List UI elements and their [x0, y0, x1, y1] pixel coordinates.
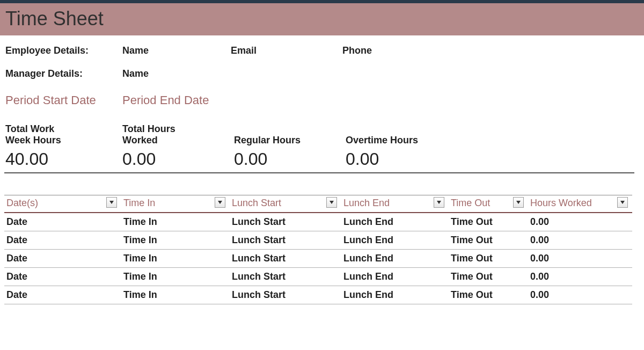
header-time-out-label: Time Out — [451, 198, 490, 208]
cell-time_out[interactable]: Time Out — [449, 286, 528, 304]
cell-time_out[interactable]: Time Out — [449, 250, 528, 268]
filter-button-lunch-end[interactable] — [434, 197, 444, 208]
filter-button-lunch-start[interactable] — [326, 197, 337, 208]
cell-hours_worked[interactable]: 0.00 — [528, 250, 632, 268]
cell-time_in[interactable]: Time In — [121, 250, 230, 268]
cell-time_in[interactable]: Time In — [121, 268, 230, 286]
summary-divider — [4, 172, 634, 173]
cell-hours_worked[interactable]: 0.00 — [528, 268, 632, 286]
table-row: DateTime InLunch StartLunch EndTime Out0… — [4, 250, 632, 268]
total-week-hours-label: Total Work Week Hours — [5, 123, 122, 146]
header-time-in-label: Time In — [123, 198, 155, 208]
cell-hours_worked[interactable]: 0.00 — [528, 231, 632, 250]
header-lunch-start-label: Lunch Start — [232, 198, 281, 208]
cell-lunch_end[interactable]: Lunch End — [341, 286, 449, 304]
cell-lunch_end[interactable]: Lunch End — [341, 231, 449, 250]
header-date[interactable]: Date(s) — [4, 195, 121, 213]
total-hours-worked-value: 0.00 — [122, 149, 234, 169]
cell-time_out[interactable]: Time Out — [449, 268, 528, 286]
filter-button-time-in[interactable] — [215, 197, 225, 208]
header-lunch-end-label: Lunch End — [343, 198, 390, 208]
cell-lunch_start[interactable]: Lunch Start — [230, 268, 341, 286]
header-lunch-end[interactable]: Lunch End — [341, 195, 449, 213]
cell-date[interactable]: Date — [4, 231, 121, 250]
cell-time_in[interactable]: Time In — [121, 213, 230, 231]
cell-lunch_end[interactable]: Lunch End — [341, 268, 449, 286]
cell-date[interactable]: Date — [4, 286, 121, 304]
header-time-out[interactable]: Time Out — [449, 195, 528, 213]
cell-lunch_start[interactable]: Lunch Start — [230, 286, 341, 304]
chevron-down-icon — [330, 201, 334, 204]
total-hours-worked-label: Total Hours Worked — [122, 123, 234, 146]
page-title: Time Sheet — [0, 3, 644, 35]
cell-lunch_start[interactable]: Lunch Start — [230, 250, 341, 268]
cell-time_in[interactable]: Time In — [121, 231, 230, 250]
table-row: DateTime InLunch StartLunch EndTime Out0… — [4, 231, 632, 250]
employee-email-field[interactable]: Email — [231, 45, 342, 56]
timesheet-table: Date(s) Time In Lunch Start — [4, 195, 632, 304]
total-week-hours-label-l1: Total Work — [5, 123, 122, 135]
table-row: DateTime InLunch StartLunch EndTime Out0… — [4, 268, 632, 286]
chevron-down-icon — [516, 201, 521, 204]
period-start-label[interactable]: Period Start Date — [5, 93, 122, 107]
regular-hours-label: Regular Hours — [234, 123, 346, 146]
total-hours-worked-label-l2: Worked — [122, 135, 234, 146]
cell-date[interactable]: Date — [4, 250, 121, 268]
summary-section: Total Work Week Hours Total Hours Worked… — [0, 107, 644, 169]
chevron-down-icon — [620, 201, 625, 204]
header-hours-worked-label: Hours Worked — [530, 198, 592, 208]
manager-name-field[interactable]: Name — [122, 68, 231, 79]
total-week-hours-label-l2: Week Hours — [5, 135, 122, 146]
cell-lunch_start[interactable]: Lunch Start — [230, 213, 341, 231]
cell-date[interactable]: Date — [4, 268, 121, 286]
cell-lunch_end[interactable]: Lunch End — [341, 250, 449, 268]
header-lunch-start[interactable]: Lunch Start — [230, 195, 341, 213]
chevron-down-icon — [218, 201, 222, 204]
cell-date[interactable]: Date — [4, 213, 121, 231]
chevron-down-icon — [437, 201, 441, 204]
cell-time_in[interactable]: Time In — [121, 286, 230, 304]
employee-details-row: Employee Details: Name Email Phone — [5, 45, 639, 56]
filter-button-time-out[interactable] — [513, 197, 524, 208]
overtime-hours-value: 0.00 — [346, 149, 457, 169]
employee-details-label: Employee Details: — [5, 45, 122, 56]
cell-lunch_end[interactable]: Lunch End — [341, 213, 449, 231]
period-end-label[interactable]: Period End Date — [122, 93, 283, 107]
overtime-hours-label: Overtime Hours — [346, 123, 457, 146]
cell-hours_worked[interactable]: 0.00 — [528, 213, 632, 231]
total-hours-worked-label-l1: Total Hours — [122, 123, 234, 135]
total-week-hours-value[interactable]: 40.00 — [5, 149, 122, 169]
regular-hours-value: 0.00 — [234, 149, 346, 169]
table-row: DateTime InLunch StartLunch EndTime Out0… — [4, 286, 632, 304]
filter-button-hours-worked[interactable] — [617, 197, 628, 208]
employee-name-field[interactable]: Name — [122, 45, 231, 56]
filter-button-date[interactable] — [106, 197, 117, 208]
period-row: Period Start Date Period End Date — [0, 91, 644, 107]
table-row: DateTime InLunch StartLunch EndTime Out0… — [4, 213, 632, 231]
header-date-label: Date(s) — [6, 198, 38, 208]
cell-hours_worked[interactable]: 0.00 — [528, 286, 632, 304]
cell-time_out[interactable]: Time Out — [449, 213, 528, 231]
header-hours-worked[interactable]: Hours Worked — [528, 195, 632, 213]
chevron-down-icon — [109, 201, 114, 204]
employee-phone-field[interactable]: Phone — [342, 45, 450, 56]
manager-details-label: Manager Details: — [5, 68, 122, 79]
cell-lunch_start[interactable]: Lunch Start — [230, 231, 341, 250]
cell-time_out[interactable]: Time Out — [449, 231, 528, 250]
header-time-in[interactable]: Time In — [121, 195, 230, 213]
manager-details-row: Manager Details: Name — [5, 68, 639, 79]
